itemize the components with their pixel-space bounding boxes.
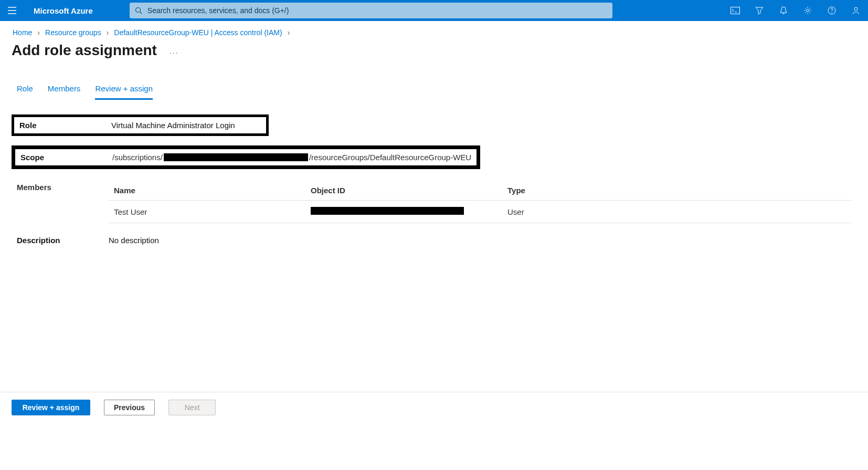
description-label: Description	[17, 236, 109, 245]
footer-action-bar: Review + assign Previous Next	[0, 392, 868, 423]
cell-name: Test User	[114, 207, 311, 216]
help-button[interactable]	[820, 0, 844, 21]
feedback-icon	[852, 6, 860, 15]
search-placeholder: Search resources, services, and docs (G+…	[147, 6, 289, 15]
description-row: Description No description	[12, 226, 856, 254]
directory-filter-button[interactable]	[747, 0, 771, 21]
redacted-subscription-id	[164, 153, 308, 161]
scope-row: Scope /subscriptions/ /resourceGroups/De…	[15, 149, 477, 165]
members-block: Members Name Object ID Type Test User Us…	[12, 173, 856, 226]
scope-suffix: /resourceGroups/DefaultResourceGroup-WEU	[309, 153, 471, 162]
notifications-button[interactable]	[771, 0, 796, 21]
bell-icon	[779, 6, 788, 15]
topbar: Microsoft Azure Search resources, servic…	[0, 0, 868, 21]
breadcrumb-resource-groups[interactable]: Resource groups	[45, 28, 101, 37]
search-icon	[135, 7, 142, 14]
breadcrumb: Home › Resource groups › DefaultResource…	[0, 21, 868, 39]
svg-point-7	[854, 7, 858, 11]
review-assign-button[interactable]: Review + assign	[12, 400, 90, 415]
annotated-role-box: Role Virtual Machine Administrator Login	[12, 114, 269, 136]
header-type: Type	[507, 186, 612, 195]
members-label: Members	[17, 183, 109, 223]
svg-point-0	[135, 8, 140, 13]
header-name: Name	[114, 186, 311, 195]
gear-icon	[803, 6, 812, 15]
cloud-shell-icon	[731, 7, 740, 14]
svg-line-1	[140, 12, 142, 14]
tab-review-assign[interactable]: Review + assign	[95, 84, 153, 100]
table-row: Test User User	[109, 201, 851, 223]
page-title: Add role assignment	[12, 42, 157, 59]
tab-bar: Role Members Review + assign	[0, 59, 868, 100]
scope-prefix: /subscriptions/	[112, 153, 163, 162]
cell-object-id	[311, 207, 507, 216]
breadcrumb-current[interactable]: DefaultResourceGroup-WEU | Access contro…	[114, 28, 282, 37]
feedback-button[interactable]	[844, 0, 868, 21]
svg-point-4	[807, 9, 809, 12]
review-panel: Role Virtual Machine Administrator Login…	[0, 100, 868, 254]
tab-members[interactable]: Members	[48, 84, 81, 100]
help-icon	[828, 6, 836, 15]
annotated-scope-box: Scope /subscriptions/ /resourceGroups/De…	[12, 145, 480, 169]
scope-value: /subscriptions/ /resourceGroups/DefaultR…	[112, 153, 471, 162]
search-wrap: Search resources, services, and docs (G+…	[130, 3, 713, 18]
cloud-shell-button[interactable]	[723, 0, 747, 21]
hamburger-icon	[8, 7, 16, 14]
role-row: Role Virtual Machine Administrator Login	[14, 117, 266, 133]
svg-rect-2	[731, 7, 740, 14]
chevron-right-icon: ›	[37, 28, 40, 37]
svg-point-6	[831, 12, 832, 13]
role-label: Role	[19, 121, 111, 130]
description-value: No description	[109, 236, 159, 245]
cell-type: User	[507, 207, 612, 216]
next-button: Next	[168, 400, 216, 415]
redacted-object-id	[311, 207, 464, 215]
search-input[interactable]: Search resources, services, and docs (G+…	[130, 3, 612, 18]
title-more-button[interactable]: ···	[170, 48, 179, 57]
scope-label: Scope	[20, 153, 112, 162]
role-value: Virtual Machine Administrator Login	[111, 121, 235, 130]
breadcrumb-home[interactable]: Home	[13, 28, 32, 37]
page-title-row: Add role assignment ···	[0, 39, 868, 59]
menu-toggle[interactable]	[0, 0, 24, 21]
settings-button[interactable]	[796, 0, 820, 21]
previous-button[interactable]: Previous	[104, 400, 155, 415]
brand-label: Microsoft Azure	[34, 6, 93, 15]
header-object-id: Object ID	[311, 186, 507, 195]
chevron-right-icon: ›	[288, 28, 290, 37]
filter-icon	[755, 6, 764, 15]
chevron-right-icon: ›	[107, 28, 109, 37]
members-header-row: Name Object ID Type	[109, 183, 851, 201]
tab-role[interactable]: Role	[17, 84, 33, 100]
members-grid: Name Object ID Type Test User User	[109, 183, 851, 223]
topbar-icons	[723, 0, 868, 21]
